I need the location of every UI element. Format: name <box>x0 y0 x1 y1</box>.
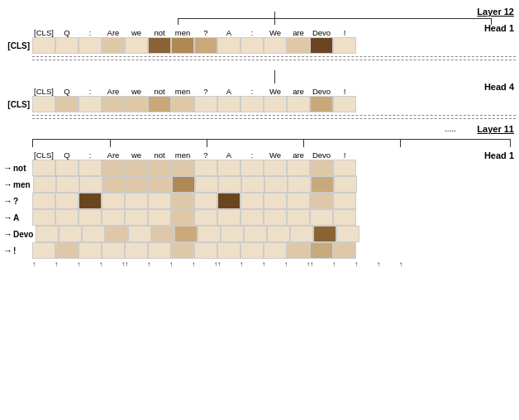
dashed-2 <box>32 60 516 60</box>
cell <box>217 209 240 226</box>
cell <box>264 193 287 209</box>
cell <box>79 242 102 259</box>
col-devo: Devo <box>310 28 333 37</box>
cell <box>171 209 194 226</box>
cell <box>244 226 267 242</box>
heatmap-row-men <box>33 176 357 193</box>
col-men: men <box>171 28 194 37</box>
bracket-span <box>178 18 492 25</box>
cell <box>240 37 264 54</box>
col-qmark: ? <box>194 28 217 37</box>
cell <box>264 160 287 176</box>
row-label-qmark: ? <box>3 196 32 206</box>
cell <box>102 96 125 112</box>
head4-label: Head 4 <box>484 82 514 92</box>
col-colon1-3: : <box>79 150 102 160</box>
cell <box>221 226 244 242</box>
cell <box>102 176 126 193</box>
cell <box>194 37 217 54</box>
cell <box>287 242 310 259</box>
cell <box>287 37 310 54</box>
row-not: not <box>3 160 516 176</box>
cell <box>105 226 128 242</box>
cell <box>194 160 217 176</box>
tick: ↑ <box>32 260 36 268</box>
cell <box>333 160 356 176</box>
cell <box>217 37 240 54</box>
col-a-2: A <box>217 87 240 96</box>
cell <box>102 209 125 226</box>
tick: ↑ <box>332 260 336 268</box>
cell <box>290 226 313 242</box>
cell <box>267 226 290 242</box>
col-qmark-3: ? <box>194 150 217 160</box>
heatmap-row-excl <box>32 242 356 259</box>
col-headers-3: [CLS] Q : Are we not men ? A : We are De… <box>32 150 516 160</box>
dotted-indicator: ..... <box>445 124 456 133</box>
col-we: we <box>125 28 148 37</box>
head1-top-label: Head 1 <box>484 23 514 33</box>
cell <box>148 209 171 226</box>
cell <box>55 37 79 54</box>
col-are2-2: are <box>287 87 310 96</box>
row-label-devo: Devo <box>3 229 36 239</box>
col-a: A <box>217 28 240 37</box>
col-excl: ! <box>333 28 356 37</box>
col-we2-3: We <box>264 150 287 160</box>
cell <box>148 160 171 176</box>
cell <box>125 96 148 112</box>
tick-group-4: ↑ ↑ ↑ ↑ ↑ <box>310 260 402 268</box>
col-cls: [CLS] <box>32 28 55 37</box>
col-men-3: men <box>171 150 194 160</box>
cell <box>32 242 55 259</box>
tick: ↑ <box>377 260 380 268</box>
cell <box>125 160 148 176</box>
heatmap-row-a <box>32 209 356 226</box>
col-excl-3: ! <box>333 150 356 160</box>
cell <box>32 160 55 176</box>
tick: ↑ <box>310 260 313 268</box>
cell <box>336 226 359 242</box>
cell <box>125 242 148 259</box>
cell <box>171 37 194 54</box>
bracket-tick-top <box>274 12 276 18</box>
cell <box>287 96 310 112</box>
cell <box>125 209 148 226</box>
cell <box>264 209 287 226</box>
cell <box>310 160 333 176</box>
cell <box>59 226 82 242</box>
layer11-label: Layer 11 <box>477 124 514 134</box>
col-not-3: not <box>148 150 171 160</box>
tick: ↑ <box>55 260 58 268</box>
layer12-label: Layer 12 <box>477 7 514 17</box>
cell <box>55 242 79 259</box>
cell <box>32 96 55 112</box>
tick3 <box>303 139 305 147</box>
tick2 <box>207 139 208 147</box>
cell <box>217 242 240 259</box>
cell <box>148 242 171 259</box>
col-devo-2: Devo <box>310 87 333 96</box>
cell <box>310 193 333 209</box>
cell <box>32 209 55 226</box>
col-not-2: not <box>148 87 171 96</box>
row-cls-2: [CLS] <box>3 96 516 112</box>
cell <box>128 226 151 242</box>
cell <box>240 160 264 176</box>
cell <box>174 226 198 242</box>
cell <box>217 193 240 209</box>
cell <box>171 96 194 112</box>
main-container: { "layers": { "layer12": "Layer 12", "la… <box>0 0 519 420</box>
cell <box>172 176 195 193</box>
cell <box>55 96 79 112</box>
section-head4: [CLS] Q : Are we not men ? A : We are De… <box>3 65 516 119</box>
tick-group-1: ↑ ↑ ↑ ↑ ↑ <box>32 260 125 268</box>
cell <box>310 242 333 259</box>
row-label-cls-1: [CLS] <box>3 41 32 50</box>
bracket3 <box>32 139 516 150</box>
cell <box>287 160 310 176</box>
cell <box>148 193 171 209</box>
cell <box>79 176 102 193</box>
cell <box>32 193 55 209</box>
col-we2-2: We <box>264 87 287 96</box>
